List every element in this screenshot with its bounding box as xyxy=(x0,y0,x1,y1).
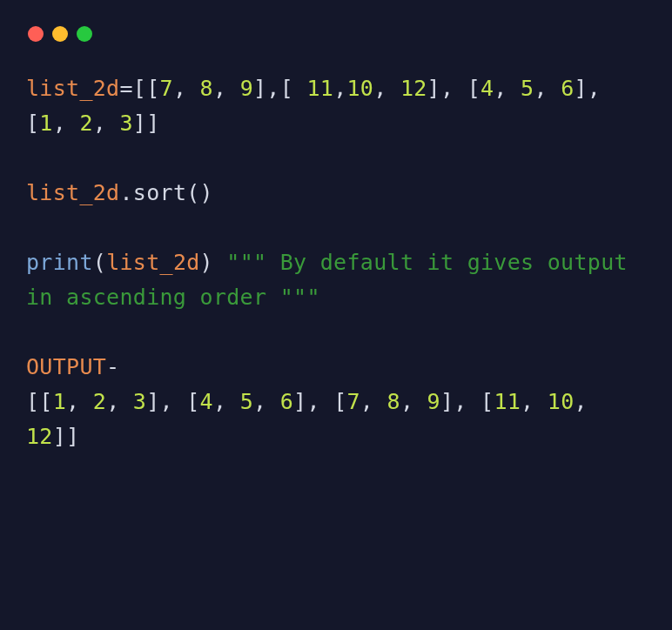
comma: , xyxy=(360,389,387,414)
bracket: [[ xyxy=(133,76,160,101)
minimize-icon xyxy=(52,26,68,42)
maximize-icon xyxy=(77,26,92,42)
comma: , xyxy=(93,111,120,136)
comma: , xyxy=(534,76,561,101)
number-literal: 7 xyxy=(160,76,173,101)
function-name: print xyxy=(26,250,93,275)
number-literal: 10 xyxy=(346,76,373,101)
space xyxy=(213,250,226,275)
number-literal: 12 xyxy=(26,424,53,449)
number-literal: 11 xyxy=(494,389,521,414)
window-titlebar xyxy=(26,26,646,42)
number-literal: 11 xyxy=(306,76,333,101)
output-bracket: [[ xyxy=(26,389,53,414)
output-bracket: ]] xyxy=(53,424,80,449)
variable-name: list_2d xyxy=(26,76,119,101)
comma: , xyxy=(173,76,200,101)
comma: , xyxy=(574,389,601,414)
output-label: OUTPUT xyxy=(26,354,106,379)
dash: - xyxy=(106,354,119,379)
output-bracket: ], [ xyxy=(293,389,346,414)
bracket: ], [ xyxy=(427,76,480,101)
parentheses: () xyxy=(186,180,213,205)
paren-close: ) xyxy=(200,250,213,275)
number-literal: 6 xyxy=(561,76,574,101)
comma: , xyxy=(213,76,240,101)
comma: , xyxy=(213,389,240,414)
comma: , xyxy=(53,111,80,136)
number-literal: 7 xyxy=(346,389,360,414)
number-literal: 5 xyxy=(240,389,253,414)
variable-name: list_2d xyxy=(26,180,119,205)
number-literal: 3 xyxy=(119,111,132,136)
comma: , xyxy=(106,389,133,414)
number-literal: 9 xyxy=(240,76,253,101)
number-literal: 9 xyxy=(427,389,440,414)
number-literal: 8 xyxy=(387,389,400,414)
comma: , xyxy=(400,389,427,414)
output-bracket: ], [ xyxy=(146,389,199,414)
comma: , xyxy=(66,389,93,414)
close-icon xyxy=(28,26,44,42)
operator-equals: = xyxy=(119,76,132,101)
number-literal: 1 xyxy=(53,389,66,414)
number-literal: 2 xyxy=(93,389,106,414)
number-literal: 6 xyxy=(280,389,293,414)
number-literal: 4 xyxy=(200,389,213,414)
number-literal: 12 xyxy=(400,76,427,101)
number-literal: 8 xyxy=(200,76,213,101)
comma: , xyxy=(333,76,346,101)
comma: , xyxy=(494,76,521,101)
paren-open: ( xyxy=(93,250,106,275)
number-literal: 2 xyxy=(79,111,92,136)
comma: , xyxy=(521,389,548,414)
comma: , xyxy=(253,389,280,414)
number-literal: 4 xyxy=(480,76,494,101)
comma: , xyxy=(373,76,400,101)
code-block: list_2d=[[7, 8, 9],[ 11,10, 12], [4, 5, … xyxy=(26,71,646,454)
number-literal: 10 xyxy=(548,389,575,414)
dot: . xyxy=(119,180,132,205)
number-literal: 3 xyxy=(133,389,146,414)
number-literal: 5 xyxy=(521,76,534,101)
variable-name: list_2d xyxy=(106,250,199,275)
bracket: ]] xyxy=(133,111,160,136)
number-literal: 1 xyxy=(39,111,52,136)
method-name: sort xyxy=(133,180,186,205)
bracket: ],[ xyxy=(253,76,306,101)
output-bracket: ], [ xyxy=(440,389,494,414)
